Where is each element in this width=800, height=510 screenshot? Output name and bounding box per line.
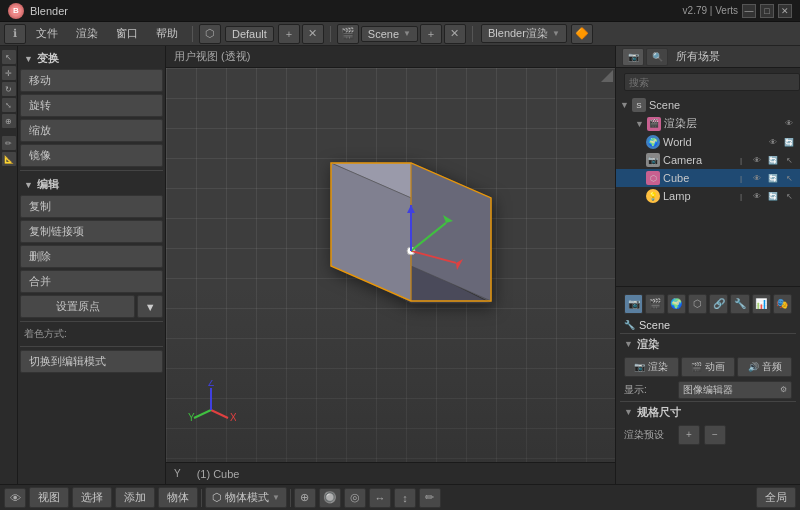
delete-btn[interactable]: 删除 (20, 245, 163, 268)
snap-btn[interactable]: 🔘 (319, 488, 341, 508)
add-scene-btn[interactable]: + (420, 24, 442, 44)
prop-tab-data[interactable]: 📊 (752, 294, 771, 314)
render-btn[interactable]: 📷 渲染 (624, 357, 679, 377)
scene-selector[interactable]: Scene ▼ (361, 26, 418, 42)
outliner-tab-search[interactable]: 🔍 (646, 48, 668, 66)
transform-btn[interactable]: ↔ (369, 488, 391, 508)
prop-tab-icons: 📷 🎬 🌍 ⬡ 🔗 🔧 📊 🎭 (620, 291, 796, 317)
outliner-item-scene[interactable]: ▼ S Scene (616, 96, 800, 114)
audio-btn[interactable]: 🔊 音频 (737, 357, 792, 377)
camera-eye[interactable]: 👁 (750, 153, 764, 167)
rotate-btn[interactable]: 旋转 (20, 94, 163, 117)
engine-selector[interactable]: Blender渲染 ▼ (481, 24, 567, 43)
viewport-canvas[interactable]: X Y Z (166, 68, 615, 462)
tool-transform[interactable]: ⊕ (2, 114, 16, 128)
resolution-section-header[interactable]: ▼ 规格尺寸 (620, 401, 796, 423)
display-value[interactable]: 图像编辑器 ⚙ (678, 381, 792, 399)
render-preset-add[interactable]: + (678, 425, 700, 445)
world-eye[interactable]: 👁 (766, 135, 780, 149)
cube-icon: ⬡ (646, 171, 660, 185)
outliner-list: ▼ S Scene ▼ 🎬 渲染层 👁 🌍 World 👁 (616, 96, 800, 286)
add-btn[interactable]: 添加 (115, 487, 155, 508)
outliner-item-cube[interactable]: ⬡ Cube | 👁 🔄 ↖ (616, 169, 800, 187)
scale-btn[interactable]: 缩放 (20, 119, 163, 142)
prop-tab-object[interactable]: ⬡ (688, 294, 707, 314)
outliner-item-render[interactable]: ▼ 🎬 渲染层 👁 (616, 114, 800, 133)
info-btn[interactable]: ℹ (4, 24, 26, 44)
lamp-render[interactable]: 🔄 (766, 189, 780, 203)
set-origin-menu[interactable]: ▼ (137, 295, 163, 318)
world-render[interactable]: 🔄 (782, 135, 796, 149)
minimize-btn[interactable]: — (742, 4, 756, 18)
menu-file[interactable]: 文件 (28, 24, 66, 43)
render-actions: 👁 (782, 117, 796, 131)
prop-tab-constraints[interactable]: 🔗 (709, 294, 728, 314)
render-section-header[interactable]: ▼ 渲染 (620, 333, 796, 355)
prop-tab-material[interactable]: 🎭 (773, 294, 792, 314)
scene-icon[interactable]: 🎬 (337, 24, 359, 44)
prop-tab-render[interactable]: 📷 (624, 294, 643, 314)
proportional-btn[interactable]: ◎ (344, 488, 366, 508)
cube-eye[interactable]: 👁 (750, 171, 764, 185)
anim-btn[interactable]: 🎬 动画 (681, 357, 736, 377)
tool-rotate[interactable]: ↻ (2, 82, 16, 96)
engine-icon[interactable]: ⬡ (199, 24, 221, 44)
outliner-item-world[interactable]: 🌍 World 👁 🔄 (616, 133, 800, 151)
camera-render[interactable]: 🔄 (766, 153, 780, 167)
svg-line-17 (211, 410, 228, 418)
sculpt-btn[interactable]: ✏ (419, 488, 441, 508)
tool-move[interactable]: ✛ (2, 66, 16, 80)
camera-cursor[interactable]: ↖ (782, 153, 796, 167)
cube-cursor[interactable]: ↖ (782, 171, 796, 185)
viewport-resize-handle[interactable] (601, 70, 613, 82)
object-btn[interactable]: 物体 (158, 487, 198, 508)
outliner-item-camera[interactable]: 📷 Camera | 👁 🔄 ↖ (616, 151, 800, 169)
prop-tab-scene[interactable]: 🎬 (645, 294, 664, 314)
set-origin-btn[interactable]: 设置原点 (20, 295, 135, 318)
outliner-item-lamp[interactable]: 💡 Lamp | 👁 🔄 ↖ (616, 187, 800, 205)
menu-window[interactable]: 窗口 (108, 24, 146, 43)
close-layout-btn[interactable]: ✕ (302, 24, 324, 44)
cube-render[interactable]: 🔄 (766, 171, 780, 185)
duplicate-btn[interactable]: 复制 (20, 195, 163, 218)
tool-scale[interactable]: ⤡ (2, 98, 16, 112)
mirror-btn[interactable]: ↕ (394, 488, 416, 508)
outliner-search-input[interactable] (624, 73, 800, 91)
cube-label: (1) Cube (197, 468, 240, 480)
viewport[interactable]: 用户视图 (透视) (166, 46, 615, 484)
render-preset-remove[interactable]: − (704, 425, 726, 445)
mirror-btn[interactable]: 镜像 (20, 144, 163, 167)
lamp-cursor[interactable]: ↖ (782, 189, 796, 203)
add-layout-btn[interactable]: + (278, 24, 300, 44)
outliner-tab-view[interactable]: 📷 (622, 48, 644, 66)
tool-measure[interactable]: 📐 (2, 152, 16, 166)
prop-tab-modifiers[interactable]: 🔧 (730, 294, 749, 314)
close-btn[interactable]: ✕ (778, 4, 792, 18)
close-scene-btn[interactable]: ✕ (444, 24, 466, 44)
mode-selector[interactable]: ⬡ 物体模式 ▼ (205, 487, 287, 508)
switch-edit-btn[interactable]: 切换到编辑模式 (20, 350, 163, 373)
menu-render[interactable]: 渲染 (68, 24, 106, 43)
join-btn[interactable]: 合并 (20, 270, 163, 293)
layout-selector[interactable]: Default (225, 26, 274, 42)
prop-tab-world[interactable]: 🌍 (667, 294, 686, 314)
divider2 (20, 321, 163, 322)
global-btn[interactable]: 全局 (756, 487, 796, 508)
tool-annotate[interactable]: ✏ (2, 136, 16, 150)
lamp-eye[interactable]: 👁 (750, 189, 764, 203)
blender-icon-btn[interactable]: 🔶 (571, 24, 593, 44)
select-btn[interactable]: 选择 (72, 487, 112, 508)
maximize-btn[interactable]: □ (760, 4, 774, 18)
render-eye[interactable]: 👁 (782, 117, 796, 131)
move-btn[interactable]: 移动 (20, 69, 163, 92)
scene-icon: S (632, 98, 646, 112)
edit-section[interactable]: ▼ 编辑 (20, 174, 163, 195)
duplicate-link-btn[interactable]: 复制链接项 (20, 220, 163, 243)
viewport-icon-btn[interactable]: 👁 (4, 488, 26, 508)
tool-select[interactable]: ↖ (2, 50, 16, 64)
view-btn[interactable]: 视图 (29, 487, 69, 508)
pivot-btn[interactable]: ⊕ (294, 488, 316, 508)
viewport-header: 用户视图 (透视) (166, 46, 615, 68)
menu-help[interactable]: 帮助 (148, 24, 186, 43)
transform-section[interactable]: ▼ 变换 (20, 48, 163, 69)
